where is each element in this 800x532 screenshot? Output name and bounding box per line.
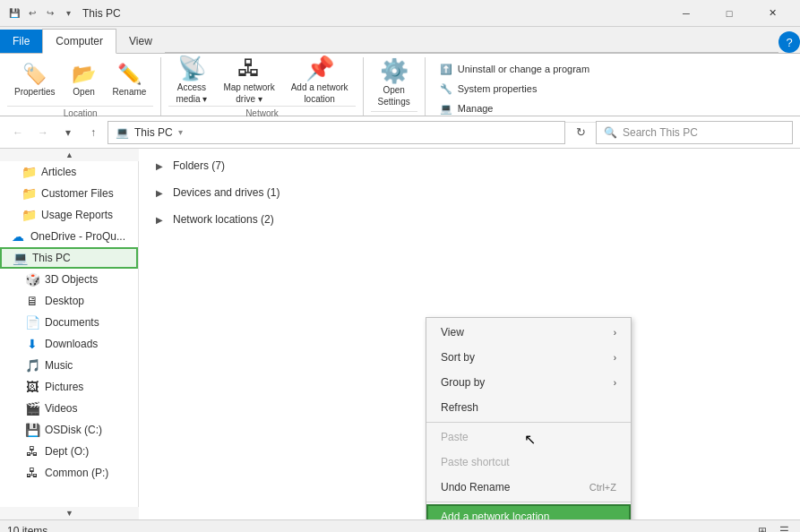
status-bar: 10 items ⊞ ☰ xyxy=(0,519,800,532)
sidebar-item-music[interactable]: 🎵 Music xyxy=(0,355,138,376)
sidebar-item-pictures[interactable]: 🖼 Pictures xyxy=(0,376,138,398)
close-button[interactable]: ✕ xyxy=(752,0,793,27)
sidebar-label-onedrive: OneDrive - ProQu... xyxy=(30,230,125,243)
open-label: Open xyxy=(73,86,94,98)
system-properties-icon: 🔧 xyxy=(440,83,452,95)
sidebar-item-dept[interactable]: 🖧 Dept (O:) xyxy=(0,441,138,462)
sidebar-item-usage-reports[interactable]: 📁 Usage Reports xyxy=(0,204,138,226)
properties-button[interactable]: 🏷️ Properties xyxy=(7,57,63,104)
search-placeholder: Search This PC xyxy=(623,126,698,139)
rename-button[interactable]: ✏️ Rename xyxy=(106,57,154,104)
refresh-button[interactable]: ↻ xyxy=(569,121,592,144)
open-button[interactable]: 📂 Open xyxy=(65,57,104,104)
location-buttons: 🏷️ Properties 📂 Open ✏️ Rename xyxy=(7,57,153,104)
sidebar-wrapper: ▲ 📁 Articles 📁 Customer Files 📁 Usage Re… xyxy=(0,149,139,519)
uninstall-label: Uninstall or change a program xyxy=(458,64,589,74)
undo-icon[interactable]: ↩ xyxy=(25,6,39,21)
tile-view-button[interactable]: ⊞ xyxy=(753,522,771,533)
sidebar-item-osdisk[interactable]: 💾 OSDisk (C:) xyxy=(0,419,138,441)
sidebar-item-desktop[interactable]: 🖥 Desktop xyxy=(0,290,138,312)
map-drive-icon: 🖧 xyxy=(237,56,261,80)
view-buttons: ⊞ ☰ xyxy=(753,522,793,533)
sidebar-item-videos[interactable]: 🎬 Videos xyxy=(0,398,138,419)
address-dropdown-arrow[interactable]: ▾ xyxy=(178,127,183,137)
system-properties-label: System properties xyxy=(458,83,538,94)
manage-icon: 💻 xyxy=(440,103,452,115)
ctx-view-label: View xyxy=(441,326,464,339)
save-icon[interactable]: 💾 xyxy=(7,6,22,21)
network-locations-section[interactable]: ▶ Network locations (2) xyxy=(139,206,800,233)
ctx-group-by[interactable]: Group by › xyxy=(426,370,631,395)
content-area: ▶ Folders (7) ▶ Devices and drives (1) ▶… xyxy=(139,149,800,519)
system-items: ⬆️ Uninstall or change a program 🔧 Syste… xyxy=(433,57,597,120)
sidebar-item-3d-objects[interactable]: 🎲 3D Objects xyxy=(0,269,138,290)
ribbon-group-network: 📡 Accessmedia ▾ 🖧 Map networkdrive ▾ 📌 A… xyxy=(161,57,363,116)
search-icon: 🔍 xyxy=(604,126,617,139)
window-controls: ─ □ ✕ xyxy=(666,0,793,27)
ctx-undo-rename[interactable]: Undo Rename Ctrl+Z xyxy=(426,475,631,500)
location-group-label: Location xyxy=(7,106,153,118)
common-icon: 🖧 xyxy=(25,466,39,480)
folders-section[interactable]: ▶ Folders (7) xyxy=(139,152,800,179)
customize-icon[interactable]: ▾ xyxy=(61,6,75,21)
tab-view[interactable]: View xyxy=(116,30,165,53)
ctx-add-network-location[interactable]: Add a network location xyxy=(426,504,631,519)
title-bar-quick-access: 💾 ↩ ↪ ▾ xyxy=(7,6,75,21)
onedrive-icon: ☁ xyxy=(11,229,25,244)
sidebar-label-pictures: Pictures xyxy=(45,381,83,393)
ctx-view[interactable]: View › xyxy=(426,320,631,345)
tab-computer[interactable]: Computer xyxy=(42,29,116,54)
downloads-icon: ⬇ xyxy=(25,337,39,351)
sidebar-item-downloads[interactable]: ⬇ Downloads xyxy=(0,333,138,355)
music-icon: 🎵 xyxy=(25,358,39,373)
sidebar-scroll-down[interactable]: ▼ xyxy=(0,507,139,519)
recent-locations-button[interactable]: ▾ xyxy=(57,122,79,143)
forward-button[interactable]: → xyxy=(32,122,54,143)
address-box[interactable]: 💻 This PC ▾ xyxy=(108,121,565,144)
sidebar-label-this-pc: This PC xyxy=(32,252,71,264)
sidebar-label-articles: Articles xyxy=(41,166,76,178)
open-settings-button[interactable]: ⚙️ OpenSettings xyxy=(371,60,417,107)
sidebar-scroll-up[interactable]: ▲ xyxy=(0,149,139,161)
ctx-add-network-label: Add a network location xyxy=(441,511,549,519)
uninstall-icon: ⬆️ xyxy=(440,64,452,75)
ctx-undo-label: Undo Rename xyxy=(441,481,510,493)
back-button[interactable]: ← xyxy=(7,122,29,143)
add-network-location-button[interactable]: 📌 Add a networklocation xyxy=(284,57,356,104)
sidebar: 📁 Articles 📁 Customer Files 📁 Usage Repo… xyxy=(0,161,139,507)
sidebar-item-customer-files[interactable]: 📁 Customer Files xyxy=(0,183,138,204)
sidebar-item-onedrive[interactable]: ☁ OneDrive - ProQu... xyxy=(0,226,138,247)
search-box[interactable]: 🔍 Search This PC xyxy=(596,121,793,144)
devices-drives-section[interactable]: ▶ Devices and drives (1) xyxy=(139,179,800,206)
sidebar-label-usage-reports: Usage Reports xyxy=(41,209,113,221)
folders-label: Folders (7) xyxy=(173,159,225,172)
sidebar-label-customer-files: Customer Files xyxy=(41,187,114,200)
map-network-drive-button[interactable]: 🖧 Map networkdrive ▾ xyxy=(216,57,281,104)
ctx-refresh[interactable]: Refresh xyxy=(426,395,631,420)
ribbon-tabs: File Computer View ? xyxy=(0,27,800,54)
uninstall-button[interactable]: ⬆️ Uninstall or change a program xyxy=(433,59,597,79)
sidebar-label-osdisk: OSDisk (C:) xyxy=(45,424,102,436)
address-path: This PC xyxy=(134,126,173,139)
tab-file[interactable]: File xyxy=(0,30,42,53)
dept-icon: 🖧 xyxy=(25,444,39,459)
add-location-label: Add a networklocation xyxy=(291,82,348,105)
osdisk-icon: 💾 xyxy=(25,423,39,437)
sidebar-label-downloads: Downloads xyxy=(45,338,98,350)
redo-icon[interactable]: ↪ xyxy=(43,6,57,21)
sidebar-item-common[interactable]: 🖧 Common (P:) xyxy=(0,462,138,484)
manage-button[interactable]: 💻 Manage xyxy=(433,99,597,118)
pictures-icon: 🖼 xyxy=(25,380,39,394)
maximize-button[interactable]: □ xyxy=(709,0,750,27)
sidebar-item-articles[interactable]: 📁 Articles xyxy=(0,161,138,183)
minimize-button[interactable]: ─ xyxy=(666,0,707,27)
system-properties-button[interactable]: 🔧 System properties xyxy=(433,79,597,99)
sidebar-item-documents[interactable]: 📄 Documents xyxy=(0,312,138,333)
ctx-sort-by[interactable]: Sort by › xyxy=(426,345,631,370)
help-button[interactable]: ? xyxy=(778,31,800,53)
list-view-button[interactable]: ☰ xyxy=(775,522,793,533)
sidebar-item-this-pc[interactable]: 💻 This PC xyxy=(0,247,138,269)
sidebar-label-dept: Dept (O:) xyxy=(45,445,89,458)
up-button[interactable]: ↑ xyxy=(82,122,104,143)
access-media-button[interactable]: 📡 Accessmedia ▾ xyxy=(168,57,214,104)
